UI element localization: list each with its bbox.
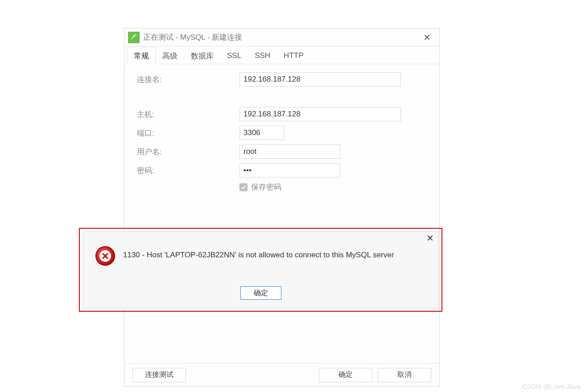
error-titlebar: ✕ — [83, 232, 438, 244]
host-input[interactable] — [239, 107, 401, 121]
user-input[interactable] — [239, 144, 340, 159]
cancel-button[interactable]: 取消 — [378, 368, 431, 382]
label-password: 密码: — [137, 165, 239, 176]
error-highlight: ✕ 1130 - Host 'LAPTOP-62JB22NN' is not a… — [79, 228, 442, 312]
test-connection-button[interactable]: 连接测试 — [132, 368, 186, 382]
label-port: 端口: — [137, 128, 239, 138]
connection-dialog: 正在测试 - MySQL - 新建连接 ✕ 常规 高级 数据库 SSL SSH … — [124, 28, 440, 387]
ok-button[interactable]: 确定 — [319, 368, 372, 382]
label-host: 主机: — [137, 109, 239, 120]
connection-name-input[interactable] — [239, 72, 401, 87]
close-icon[interactable]: ✕ — [418, 32, 436, 43]
error-dialog: ✕ 1130 - Host 'LAPTOP-62JB22NN' is not a… — [83, 231, 439, 308]
tab-ssl[interactable]: SSL — [220, 47, 248, 64]
titlebar: 正在测试 - MySQL - 新建连接 ✕ — [124, 29, 439, 46]
label-connection-name: 连接名: — [137, 74, 239, 85]
error-body: 1130 - Host 'LAPTOP-62JB22NN' is not all… — [83, 244, 438, 282]
tab-general[interactable]: 常规 — [127, 47, 156, 64]
error-message: 1130 - Host 'LAPTOP-62JB22NN' is not all… — [123, 246, 394, 260]
form-area: 连接名: 主机: 端口: 用户名: 密码: 保存密码 — [124, 64, 439, 363]
error-icon — [95, 246, 115, 266]
tab-ssh[interactable]: SSH — [248, 47, 277, 64]
save-password-checkbox[interactable] — [239, 183, 248, 191]
window-title: 正在测试 - MySQL - 新建连接 — [143, 32, 418, 42]
error-close-icon[interactable]: ✕ — [426, 234, 434, 243]
tab-database[interactable]: 数据库 — [184, 47, 220, 64]
tabs: 常规 高级 数据库 SSL SSH HTTP — [124, 46, 439, 64]
watermark: CSDN @Love-Java. — [522, 383, 582, 390]
dialog-footer: 连接测试 确定 取消 — [124, 363, 439, 386]
tab-http[interactable]: HTTP — [277, 47, 310, 64]
label-user: 用户名: — [137, 147, 239, 157]
error-ok-button[interactable]: 确定 — [240, 286, 281, 300]
navicat-icon — [128, 32, 140, 43]
tab-advanced[interactable]: 高级 — [156, 47, 184, 64]
port-input[interactable] — [239, 126, 284, 140]
password-input[interactable] — [239, 163, 340, 177]
save-password-label: 保存密码 — [251, 182, 281, 192]
